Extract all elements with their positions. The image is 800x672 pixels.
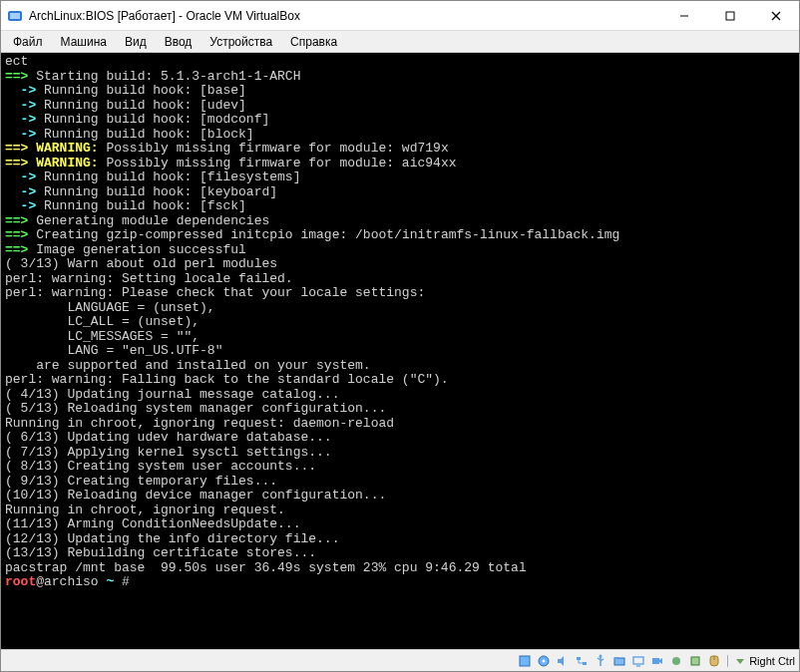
terminal-line: LANGUAGE = (unset), xyxy=(5,301,795,316)
terminal-line: -> Running build hook: [base] xyxy=(5,84,795,99)
svg-marker-9 xyxy=(558,656,564,666)
terminal-line: -> Running build hook: [filesystems] xyxy=(5,170,795,185)
optical-icon[interactable] xyxy=(536,653,552,669)
cpu-icon[interactable] xyxy=(687,653,703,669)
svg-point-19 xyxy=(672,657,680,665)
svg-point-8 xyxy=(543,659,546,662)
terminal-line: (13/13) Rebuilding certificate stores... xyxy=(5,546,795,561)
menu-help[interactable]: Справка xyxy=(282,33,345,51)
terminal-line: (10/13) Reloading device manager configu… xyxy=(5,489,795,504)
terminal-line: ==> WARNING: Possibly missing firmware f… xyxy=(5,142,795,157)
terminal-line: ==> Starting build: 5.1.3-arch1-1-ARCH xyxy=(5,70,795,85)
terminal-line: perl: warning: Falling back to the stand… xyxy=(5,373,795,388)
maximize-button[interactable] xyxy=(707,1,753,30)
svg-rect-15 xyxy=(633,657,643,664)
svg-rect-17 xyxy=(652,658,659,664)
svg-point-12 xyxy=(600,654,602,657)
terminal-line: root@archiso ~ # xyxy=(5,575,795,590)
svg-marker-18 xyxy=(659,658,662,664)
terminal-line: ( 5/13) Reloading system manager configu… xyxy=(5,402,795,417)
svg-rect-10 xyxy=(577,657,581,660)
video-icon[interactable] xyxy=(649,653,665,669)
terminal-line: perl: warning: Please check that your lo… xyxy=(5,286,795,301)
terminal-line: ( 7/13) Applying kernel sysctl settings.… xyxy=(5,446,795,461)
terminal-line: -> Running build hook: [modconf] xyxy=(5,113,795,128)
terminal-line: pacstrap /mnt base 99.50s user 36.49s sy… xyxy=(5,561,795,576)
terminal-line: Running in chroot, ignoring request. xyxy=(5,504,795,518)
svg-marker-22 xyxy=(736,659,744,664)
terminal-line: -> Running build hook: [fsck] xyxy=(5,199,795,214)
host-key-indicator[interactable]: Right Ctrl xyxy=(727,655,795,667)
terminal-line: ect xyxy=(5,55,795,70)
terminal-line: Running in chroot, ignoring request: dae… xyxy=(5,417,795,432)
menu-machine[interactable]: Машина xyxy=(53,33,115,51)
window-titlebar: ArchLinux:BIOS [Работает] - Oracle VM Vi… xyxy=(1,1,799,31)
host-key-label: Right Ctrl xyxy=(749,655,795,667)
svg-rect-3 xyxy=(726,12,734,20)
terminal-line: ==> Creating gzip-compressed initcpio im… xyxy=(5,228,795,243)
terminal-line: ( 4/13) Updating journal message catalog… xyxy=(5,388,795,403)
window-title: ArchLinux:BIOS [Работает] - Oracle VM Vi… xyxy=(29,9,661,23)
statusbar: Right Ctrl xyxy=(1,649,799,671)
terminal-line: -> Running build hook: [block] xyxy=(5,128,795,143)
display-icon[interactable] xyxy=(630,653,646,669)
svg-rect-1 xyxy=(10,13,20,19)
terminal-line: ( 9/13) Creating temporary files... xyxy=(5,475,795,490)
menu-view[interactable]: Вид xyxy=(117,33,155,51)
close-button[interactable] xyxy=(753,1,799,30)
menu-file[interactable]: Файл xyxy=(5,33,51,51)
keyboard-down-icon xyxy=(734,655,746,667)
terminal-line: LC_MESSAGES = "", xyxy=(5,330,795,345)
menu-input[interactable]: Ввод xyxy=(157,33,200,51)
terminal-line: ==> WARNING: Possibly missing firmware f… xyxy=(5,157,795,171)
shared-folder-icon[interactable] xyxy=(611,653,627,669)
terminal-line: (12/13) Updating the info directory file… xyxy=(5,532,795,547)
terminal-line: ==> Image generation successful xyxy=(5,243,795,258)
svg-rect-14 xyxy=(614,657,618,659)
svg-rect-13 xyxy=(614,658,624,665)
usb-icon[interactable] xyxy=(593,653,608,669)
minimize-button[interactable] xyxy=(661,1,707,30)
network-icon[interactable] xyxy=(574,653,590,669)
terminal-line: LANG = "en_US.UTF-8" xyxy=(5,344,795,359)
window-controls xyxy=(661,1,799,30)
terminal-line: ==> Generating module dependencies xyxy=(5,214,795,229)
menubar: Файл Машина Вид Ввод Устройства Справка xyxy=(1,31,799,53)
disk-icon[interactable] xyxy=(517,653,533,669)
terminal-line: -> Running build hook: [keyboard] xyxy=(5,185,795,200)
virtualbox-icon xyxy=(7,8,23,24)
guest-terminal[interactable]: ect==> Starting build: 5.1.3-arch1-1-ARC… xyxy=(1,53,799,649)
terminal-line: ( 6/13) Updating udev hardware database.… xyxy=(5,431,795,446)
svg-rect-6 xyxy=(520,656,530,666)
audio-icon[interactable] xyxy=(555,653,571,669)
terminal-line: are supported and installed on your syst… xyxy=(5,359,795,374)
recording-icon[interactable] xyxy=(668,653,684,669)
menu-devices[interactable]: Устройства xyxy=(201,33,280,51)
svg-rect-20 xyxy=(691,657,699,665)
terminal-line: -> Running build hook: [udev] xyxy=(5,99,795,114)
terminal-line: ( 8/13) Creating system user accounts... xyxy=(5,460,795,475)
terminal-line: LC_ALL = (unset), xyxy=(5,315,795,330)
terminal-line: ( 3/13) Warn about old perl modules xyxy=(5,257,795,272)
terminal-line: perl: warning: Setting locale failed. xyxy=(5,272,795,287)
mouse-icon[interactable] xyxy=(706,653,722,669)
terminal-line: (11/13) Arming ConditionNeedsUpdate... xyxy=(5,517,795,532)
